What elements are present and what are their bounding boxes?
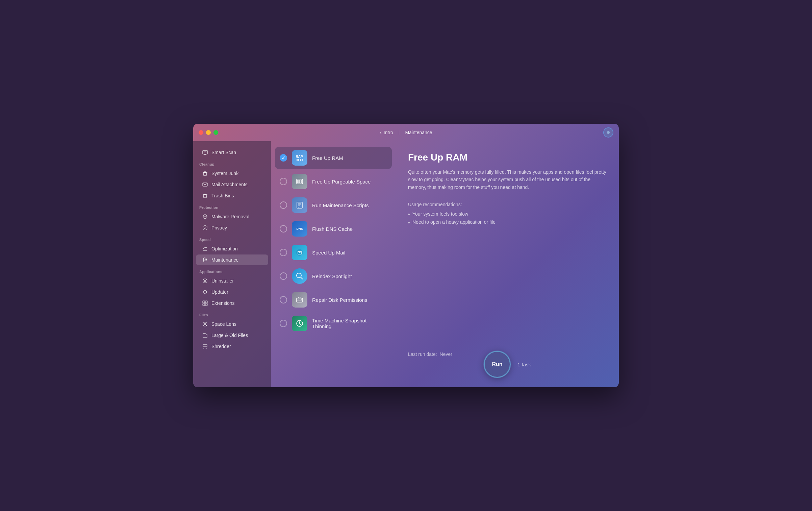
task-radio-free-up-ram[interactable]: ✓ <box>280 154 287 162</box>
svg-rect-35 <box>297 202 302 208</box>
task-label-dns: Flush DNS Cache <box>312 226 353 232</box>
task-item-time-machine[interactable]: Time Machine Snapshot Thinning <box>275 312 392 335</box>
dns-icon: DNS <box>292 221 307 237</box>
optimization-label: Optimization <box>211 246 238 251</box>
svg-point-39 <box>296 249 303 256</box>
svg-rect-21 <box>205 301 207 303</box>
run-area: Run 1 task <box>484 351 531 378</box>
mail-attachments-icon <box>202 181 208 188</box>
section-label-cleanup: Cleanup <box>193 158 271 168</box>
svg-line-30 <box>206 347 206 349</box>
svg-line-14 <box>206 247 207 248</box>
avatar-button[interactable] <box>603 127 613 138</box>
usage-item-2-text: Need to open a heavy application or file <box>412 219 496 225</box>
task-radio-scripts[interactable] <box>280 201 287 209</box>
uninstaller-label: Uninstaller <box>211 278 234 284</box>
system-junk-label: System Junk <box>211 171 238 176</box>
svg-line-11 <box>203 247 204 249</box>
back-button[interactable]: ‹ Intro <box>380 129 393 136</box>
svg-point-2 <box>204 151 206 153</box>
task-radio-disk[interactable] <box>280 296 287 303</box>
current-section-label: Maintenance <box>405 130 432 135</box>
svg-rect-20 <box>203 301 205 303</box>
space-lens-icon <box>202 321 208 327</box>
sidebar-item-large-old-files[interactable]: Large & Old Files <box>196 330 268 341</box>
task-item-reindex-spotlight[interactable]: Reindex Spotlight <box>275 265 392 287</box>
back-label: Intro <box>384 130 393 135</box>
section-label-protection: Protection <box>193 201 271 211</box>
task-label-scripts: Run Maintenance Scripts <box>312 202 369 208</box>
uninstaller-icon <box>202 278 208 284</box>
sidebar-item-uninstaller[interactable]: Uninstaller <box>196 275 268 286</box>
disk-icon <box>292 292 307 308</box>
section-label-files: Files <box>193 309 271 318</box>
svg-point-44 <box>301 299 302 300</box>
nav-separator: | <box>399 130 400 135</box>
sidebar-item-optimization[interactable]: Optimization <box>196 243 268 254</box>
task-item-free-up-purgeable-space[interactable]: Free Up Purgeable Space <box>275 170 392 193</box>
app-window: ‹ Intro | Maintenance Smart Sc <box>193 124 619 387</box>
titlebar: ‹ Intro | Maintenance <box>193 124 619 141</box>
traffic-lights <box>199 130 218 135</box>
task-item-speed-up-mail[interactable]: Speed Up Mail <box>275 241 392 264</box>
check-icon: ✓ <box>282 155 285 161</box>
run-button[interactable]: Run <box>484 351 511 378</box>
svg-rect-27 <box>203 344 207 347</box>
task-item-flush-dns[interactable]: DNS Flush DNS Cache <box>275 218 392 240</box>
svg-rect-33 <box>299 180 300 183</box>
sidebar-item-shredder[interactable]: Shredder <box>196 341 268 352</box>
optimization-icon <box>202 246 208 252</box>
sidebar-item-space-lens[interactable]: Space Lens <box>196 319 268 330</box>
svg-point-16 <box>205 259 206 260</box>
smart-scan-icon <box>202 149 208 155</box>
ram-icon: RAM <box>292 150 307 166</box>
svg-line-28 <box>204 347 204 349</box>
sidebar-item-updater[interactable]: Updater <box>196 287 268 297</box>
sidebar-item-mail-attachments[interactable]: Mail Attachments <box>196 179 268 190</box>
smart-scan-label: Smart Scan <box>211 150 236 155</box>
back-arrow-icon: ‹ <box>380 129 381 136</box>
svg-point-40 <box>297 273 301 278</box>
task-item-maintenance-scripts[interactable]: Run Maintenance Scripts <box>275 194 392 216</box>
last-run-label: Last run date: <box>408 351 437 357</box>
sidebar-item-extensions[interactable]: Extensions <box>196 298 268 309</box>
shredder-icon <box>202 343 208 349</box>
sidebar-item-trash-bins[interactable]: Trash Bins <box>196 190 268 201</box>
bullet-1 <box>408 214 410 215</box>
task-item-free-up-ram[interactable]: ✓ RAM Free Up RAM <box>275 147 392 169</box>
malware-removal-icon <box>202 214 208 220</box>
sidebar-item-system-junk[interactable]: System Junk <box>196 168 268 179</box>
maintenance-label: Maintenance <box>211 257 238 263</box>
task-item-repair-disk[interactable]: Repair Disk Permissions <box>275 289 392 311</box>
spotlight-icon <box>292 268 307 284</box>
sidebar: Smart Scan Cleanup System Junk <box>193 141 271 387</box>
task-label-free-up-ram: Free Up RAM <box>312 155 343 161</box>
minimize-button[interactable] <box>206 130 211 135</box>
last-run-area: Last run date: Never <box>408 351 452 357</box>
detail-panel: Free Up RAM Quite often your Mac's memor… <box>396 141 619 387</box>
task-radio-mail[interactable] <box>280 249 287 256</box>
large-old-files-icon <box>202 332 208 338</box>
usage-list: Your system feels too slow Need to open … <box>408 211 607 225</box>
task-radio-timemachine[interactable] <box>280 320 287 327</box>
task-radio-dns[interactable] <box>280 225 287 233</box>
task-radio-purgeable[interactable] <box>280 178 287 185</box>
maximize-button[interactable] <box>213 130 218 135</box>
close-button[interactable] <box>199 130 203 135</box>
purgeable-icon <box>292 174 307 189</box>
sidebar-item-malware-removal[interactable]: Malware Removal <box>196 211 268 222</box>
bullet-2 <box>408 222 410 223</box>
task-radio-spotlight[interactable] <box>280 272 287 280</box>
sidebar-item-maintenance[interactable]: Maintenance <box>196 254 268 265</box>
task-label-purgeable: Free Up Purgeable Space <box>312 179 371 185</box>
extensions-icon <box>202 300 208 306</box>
svg-rect-32 <box>297 180 299 183</box>
svg-line-41 <box>301 277 303 279</box>
last-run-value: Never <box>440 351 452 357</box>
task-label-disk: Repair Disk Permissions <box>312 297 367 303</box>
sidebar-item-smart-scan[interactable]: Smart Scan <box>196 147 268 158</box>
sidebar-item-privacy[interactable]: Privacy <box>196 222 268 233</box>
task-label-timemachine: Time Machine Snapshot Thinning <box>312 318 387 329</box>
usage-item-1-text: Your system feels too slow <box>412 211 468 217</box>
detail-title: Free Up RAM <box>408 152 607 163</box>
